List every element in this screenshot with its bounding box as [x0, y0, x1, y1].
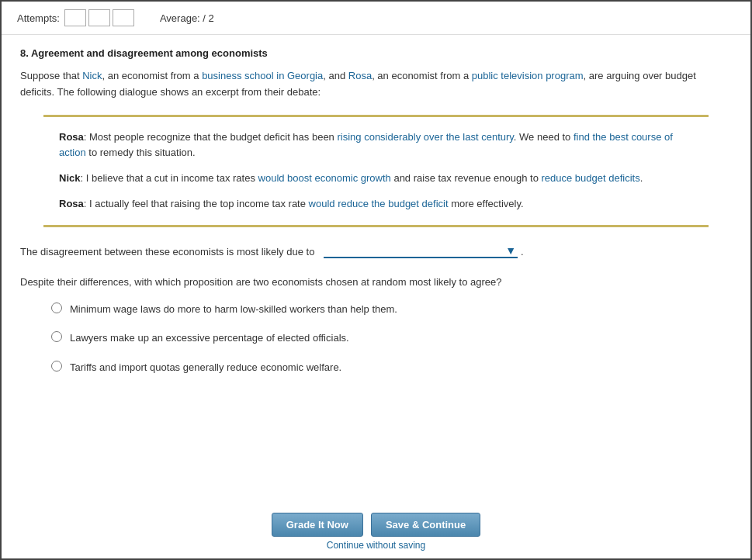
tv-program: public television program — [472, 70, 584, 81]
radio-label-3[interactable]: Tariffs and import quotas generally redu… — [70, 360, 341, 375]
content-area: 8. Agreement and disagreement among econ… — [2, 35, 750, 404]
radio-input-1[interactable] — [51, 302, 62, 313]
dropdown-question-text: The disagreement between these economist… — [20, 243, 314, 261]
question-title-text: Agreement and disagreement among economi… — [31, 47, 268, 59]
attempt-box-2 — [88, 9, 110, 26]
rising-text: rising considerably over the last centur… — [337, 131, 513, 143]
grade-button[interactable]: Grade It Now — [272, 513, 363, 537]
button-row: Grade It Now Save & Continue — [272, 513, 480, 537]
continue-without-saving-link[interactable]: Continue without saving — [327, 540, 425, 551]
dialogue-line-2: Nick: I believe that a cut in income tax… — [59, 171, 693, 187]
disagreement-dropdown[interactable]: differences in values different percepti… — [324, 245, 510, 257]
modal-container: Attempts: Average: / 2 8. Agreement and … — [0, 0, 752, 560]
average-label: Average: — [160, 12, 200, 24]
radio-option-3[interactable]: Tariffs and import quotas generally redu… — [20, 360, 732, 375]
radio-input-2[interactable] — [51, 331, 62, 342]
average-section: Average: / 2 — [160, 12, 214, 24]
dialogue-line-3: Rosa: I actually feel that raising the t… — [59, 196, 693, 213]
radio-option-2[interactable]: Lawyers make up an excessive percentage … — [20, 330, 732, 346]
radio-option-1[interactable]: Minimum wage laws do more to harm low-sk… — [20, 302, 732, 317]
boost-text: would boost economic growth — [258, 172, 391, 184]
business-school: business school in Georgia — [202, 70, 323, 81]
save-button[interactable]: Save & Continue — [371, 513, 480, 537]
reduce-text: reduce budget deficits — [542, 172, 640, 184]
top-bar: Attempts: Average: / 2 — [2, 2, 750, 35]
dropdown-wrapper[interactable]: differences in values different percepti… — [324, 245, 518, 258]
radio-label-1[interactable]: Minimum wage laws do more to harm low-sk… — [70, 302, 397, 317]
dialogue-box: Rosa: Most people recognize that the bud… — [43, 115, 709, 227]
radio-input-3[interactable] — [51, 361, 62, 372]
radio-label-2[interactable]: Lawyers make up an excessive percentage … — [70, 330, 349, 346]
dropdown-period: . — [521, 243, 524, 261]
proposition-question: Despite their differences, with which pr… — [20, 275, 732, 291]
average-value: / 2 — [203, 12, 213, 24]
rosa-name: Rosa — [348, 70, 372, 81]
dialogue-line-1: Rosa: Most people recognize that the bud… — [59, 130, 693, 162]
speaker-rosa-1: Rosa — [59, 131, 84, 143]
attempts-label: Attempts: — [17, 12, 60, 24]
dropdown-question: The disagreement between these economist… — [20, 243, 732, 261]
nick-name: Nick — [82, 70, 102, 81]
attempt-box-1 — [64, 9, 86, 26]
speaker-nick: Nick — [59, 172, 80, 184]
speaker-rosa-2: Rosa — [59, 198, 84, 209]
question-number: 8. — [20, 47, 29, 59]
question-intro: Suppose that Nick, an economist from a b… — [20, 68, 732, 101]
attempt-box-3 — [113, 9, 134, 26]
reduce-deficit-text: would reduce the budget deficit — [309, 198, 449, 209]
question-title: 8. Agreement and disagreement among econ… — [20, 47, 732, 59]
bottom-bar: Grade It Now Save & Continue Continue wi… — [2, 505, 750, 558]
